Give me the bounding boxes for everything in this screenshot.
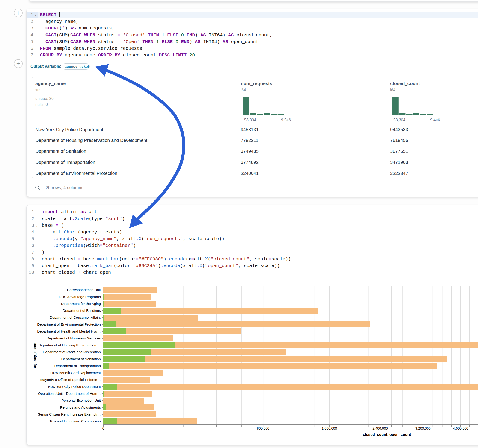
svg-text:Refunds and Adjustments: Refunds and Adjustments: [60, 405, 101, 409]
svg-text:Mayorâ€ s Office of Special En: Mayorâ€ s Office of Special Enforce…: [40, 378, 101, 382]
svg-text:DHS Advantage Programs: DHS Advantage Programs: [59, 295, 101, 299]
svg-text:Taxi and Limousine Commission: Taxi and Limousine Commission: [50, 419, 101, 423]
svg-text:4,000,000: 4,000,000: [453, 426, 468, 430]
svg-text:9.5e6: 9.5e6: [281, 118, 291, 122]
svg-text:3,200,000: 3,200,000: [415, 426, 431, 430]
svg-text:Senior Citizen Rent Increase E: Senior Citizen Rent Increase Exempti…: [38, 412, 101, 416]
svg-text:Correspondence Unit: Correspondence Unit: [67, 288, 101, 292]
svg-text:New York City Police Departmen: New York City Police Department: [48, 385, 101, 389]
svg-text:9.4e6: 9.4e6: [430, 118, 440, 122]
svg-text:Department of Parks and Recrea: Department of Parks and Recreation: [43, 350, 101, 354]
svg-text:Department for the Aging: Department for the Aging: [61, 302, 101, 305]
svg-text:Department of Consumer Affairs: Department of Consumer Affairs: [50, 316, 101, 319]
svg-text:1,600,000: 1,600,000: [322, 426, 337, 430]
svg-text:Department of Homeless Service: Department of Homeless Services: [47, 336, 101, 340]
svg-text:53,304: 53,304: [244, 118, 256, 122]
svg-text:0: 0: [102, 426, 104, 430]
svg-text:2,400,000: 2,400,000: [372, 426, 388, 430]
svg-text:Department of Health and Menta: Department of Health and Mental Hyg…: [37, 329, 101, 333]
svg-text:Operations Unit - Department o: Operations Unit - Department of Hom…: [38, 392, 101, 395]
svg-text:Department of Transportation: Department of Transportation: [54, 364, 101, 368]
svg-text:Department of Sanitation: Department of Sanitation: [61, 357, 101, 361]
svg-text:HRA Benefit Card Replacement: HRA Benefit Card Replacement: [50, 371, 101, 375]
svg-text:Personal Exemption Unit: Personal Exemption Unit: [61, 398, 101, 402]
svg-text:Department of Housing Preserva: Department of Housing Preservation …: [38, 343, 101, 347]
svg-text:agency_name: agency_name: [32, 343, 37, 368]
svg-text:800,000: 800,000: [257, 426, 269, 430]
svg-text:Department of Environmental Pr: Department of Environmental Protection: [37, 322, 101, 326]
svg-text:Department of Buildings: Department of Buildings: [63, 309, 101, 312]
svg-text:closed_count, open_count: closed_count, open_count: [363, 432, 411, 436]
svg-text:53,304: 53,304: [393, 118, 405, 122]
